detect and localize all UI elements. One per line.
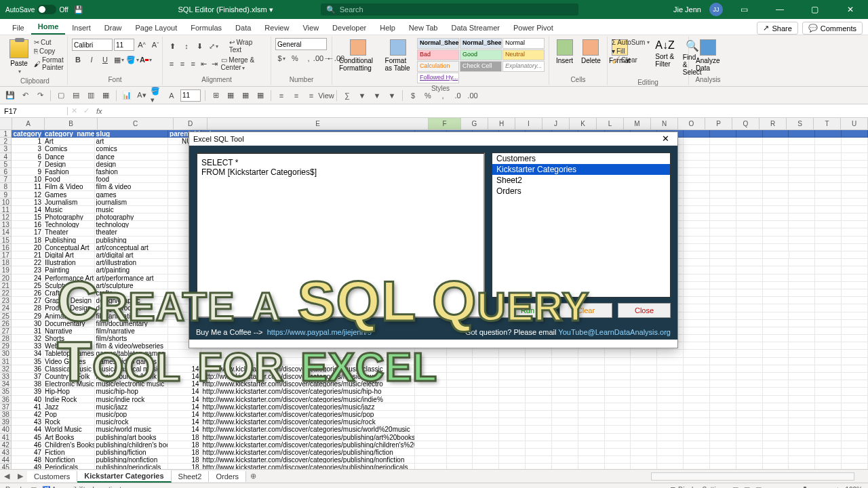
cell[interactable] xyxy=(815,342,842,350)
qat-align-icon[interactable]: ≡ xyxy=(290,89,302,102)
tab-developer[interactable]: Developer xyxy=(326,21,373,35)
cell[interactable] xyxy=(684,191,710,199)
cell[interactable] xyxy=(605,456,631,464)
cell[interactable]: Periodicals xyxy=(43,464,95,469)
cell[interactable] xyxy=(736,411,763,418)
cell[interactable] xyxy=(578,426,605,433)
align-top-button[interactable]: ⬆ xyxy=(167,40,179,52)
cell[interactable]: art/sculpture xyxy=(95,282,168,289)
cell[interactable] xyxy=(526,365,552,373)
cell[interactable]: Classical Music xyxy=(43,365,95,373)
cell[interactable] xyxy=(552,373,578,380)
cell[interactable] xyxy=(499,464,526,469)
cell[interactable]: Animation xyxy=(43,312,95,320)
close-button[interactable]: ✕ xyxy=(837,5,864,14)
column-header[interactable]: I xyxy=(515,118,542,129)
cell[interactable]: 14 xyxy=(168,396,201,403)
format-as-table-button[interactable]: Format as Table xyxy=(382,38,414,73)
cell[interactable] xyxy=(552,403,578,411)
cell[interactable] xyxy=(789,214,815,221)
cell[interactable] xyxy=(447,456,473,464)
qat-icon[interactable]: View xyxy=(320,89,332,102)
cell[interactable] xyxy=(526,396,552,403)
cell[interactable] xyxy=(842,251,868,259)
cell[interactable] xyxy=(631,373,657,380)
cell[interactable] xyxy=(473,373,499,380)
cell[interactable] xyxy=(552,456,578,464)
increase-font-button[interactable]: A^ xyxy=(136,39,148,51)
cell[interactable]: Performance Art xyxy=(43,274,95,282)
avatar[interactable]: JJ xyxy=(709,3,723,16)
row-header[interactable]: 11 xyxy=(0,206,12,214)
cell[interactable] xyxy=(578,411,605,418)
cell[interactable]: film/documentary xyxy=(95,320,168,327)
cell[interactable] xyxy=(789,244,815,251)
cell[interactable] xyxy=(526,456,552,464)
tab-powerpivot[interactable]: Power Pivot xyxy=(507,21,560,35)
cell[interactable]: theater xyxy=(95,228,168,236)
cell[interactable] xyxy=(789,320,815,327)
cell[interactable] xyxy=(763,426,789,433)
cell[interactable] xyxy=(763,396,789,403)
qat-icon[interactable]: ▢ xyxy=(55,89,67,102)
cell[interactable] xyxy=(710,244,736,251)
cell[interactable] xyxy=(815,221,842,228)
cell[interactable] xyxy=(684,456,710,464)
cell[interactable] xyxy=(552,441,578,449)
cell[interactable] xyxy=(842,214,868,221)
cell[interactable] xyxy=(815,259,842,266)
cell[interactable] xyxy=(684,335,710,342)
cell[interactable]: 41 xyxy=(12,403,43,411)
cell[interactable] xyxy=(684,320,710,327)
cell[interactable] xyxy=(499,358,526,365)
cell[interactable] xyxy=(789,206,815,214)
cell[interactable] xyxy=(815,138,842,145)
cell[interactable] xyxy=(736,259,763,266)
cell[interactable] xyxy=(473,434,499,441)
column-header[interactable]: E xyxy=(208,118,429,129)
orientation-button[interactable]: ⤢▾ xyxy=(208,40,220,52)
cell[interactable] xyxy=(842,312,868,320)
cell[interactable]: http://www.kickstarter.com/discover/cate… xyxy=(201,380,415,388)
row-header[interactable]: 23 xyxy=(0,297,12,304)
cell[interactable] xyxy=(842,327,868,335)
cell[interactable] xyxy=(578,441,605,449)
cell[interactable] xyxy=(736,168,763,176)
column-header[interactable]: F xyxy=(429,118,461,129)
cell[interactable]: 10 xyxy=(12,176,43,183)
cell[interactable] xyxy=(657,441,684,449)
cancel-icon[interactable]: ✕ xyxy=(68,105,80,117)
cell[interactable]: http://www.kickstarter.com/discover/cate… xyxy=(201,426,415,433)
cell[interactable] xyxy=(684,145,710,152)
autosum-button[interactable]: ΣAutoSum▾ xyxy=(612,38,650,47)
cell[interactable] xyxy=(842,138,868,145)
cell[interactable]: 46 xyxy=(12,441,43,449)
row-header[interactable]: 21 xyxy=(0,282,12,289)
cell[interactable] xyxy=(842,373,868,380)
cell[interactable] xyxy=(415,441,447,449)
qat-icon[interactable]: ▦ xyxy=(239,89,252,102)
run-button[interactable]: Run xyxy=(501,303,554,318)
column-header[interactable]: T xyxy=(814,118,841,129)
cell[interactable] xyxy=(415,365,447,373)
cell[interactable] xyxy=(710,145,736,152)
cell[interactable] xyxy=(763,418,789,426)
cell[interactable]: http://www.kickstarter.com/discover/cate… xyxy=(201,418,415,426)
cell[interactable] xyxy=(815,297,842,304)
fx-label[interactable]: fx xyxy=(92,107,106,115)
email-link[interactable]: YouTube@LearnDataAnalysis.org xyxy=(558,328,671,336)
cell[interactable] xyxy=(605,396,631,403)
cell[interactable] xyxy=(657,373,684,380)
column-header[interactable]: D xyxy=(174,118,208,129)
cell[interactable]: Narrative xyxy=(43,327,95,335)
qat-icon[interactable]: ▦ xyxy=(254,89,267,102)
row-header[interactable]: 13 xyxy=(0,221,12,228)
cell[interactable] xyxy=(763,464,789,469)
cell[interactable] xyxy=(526,350,552,357)
cell[interactable] xyxy=(578,434,605,441)
cell[interactable]: http://www.kickstarter.com/discover/cate… xyxy=(201,434,415,441)
format-painter-button[interactable]: 🖌Format Painter xyxy=(34,56,64,72)
cell[interactable] xyxy=(842,145,868,152)
cell[interactable] xyxy=(815,396,842,403)
merge-button[interactable]: ▭ Merge & Center▾ xyxy=(221,56,267,71)
